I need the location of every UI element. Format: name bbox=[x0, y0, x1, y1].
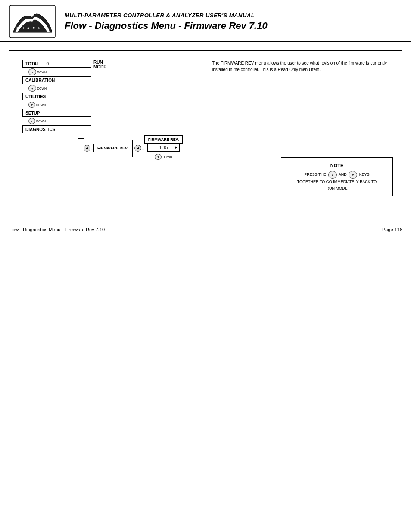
menu-item-diagnostics: DIAGNOSTICS bbox=[22, 125, 91, 133]
up-key-icon: ▲ bbox=[328, 171, 337, 179]
fw-down-arrow: ▼ DOWN bbox=[155, 152, 172, 161]
diagram-box: RUN MODE TOTAL 0 ▼ DOWN CALIBRATION ▼ DO… bbox=[9, 50, 402, 205]
menu-item-setup: SETUP bbox=[22, 109, 91, 117]
note-line3: RUN MODE bbox=[327, 186, 348, 190]
header-subtitle: MULTI-PARAMETER CONTROLLER & ANALYZER US… bbox=[65, 12, 268, 19]
vertical-line bbox=[132, 140, 133, 157]
menu-item-total: TOTAL 0 bbox=[22, 60, 91, 68]
down-button-fw[interactable]: ▼ bbox=[155, 154, 162, 160]
header-text-block: MULTI-PARAMETER CONTROLLER & ANALYZER US… bbox=[65, 12, 268, 31]
note-line2: TOGETHER TO GO IMMEDIATELY BACK TO bbox=[297, 180, 377, 184]
total-value: 0 bbox=[46, 62, 49, 66]
note-content: PRESS THE ▲ AND ▼ KEYS TOGETHER TO GO IM… bbox=[286, 171, 388, 191]
setup-label: SETUP bbox=[25, 111, 40, 115]
firmware-rev-label-2: FIRMWARE REV. bbox=[144, 135, 183, 144]
company-logo: S H A R K bbox=[9, 4, 56, 39]
svg-text:K: K bbox=[38, 27, 40, 30]
firmware-rev-box-1: FIRMWARE REV. bbox=[93, 144, 132, 152]
utilities-down-arrow: ▼ DOWN bbox=[22, 100, 91, 109]
down-button-2[interactable]: ▼ bbox=[28, 85, 36, 92]
down-button-4[interactable]: ▼ bbox=[28, 118, 35, 124]
down-key-icon: ▼ bbox=[349, 171, 357, 179]
firmware-rev-label-1: FIRMWARE REV. bbox=[97, 146, 128, 150]
setup-down-arrow: ▼ DOWN bbox=[22, 117, 91, 125]
page-footer: Flow - Diagnostics Menu - Firmware Rev 7… bbox=[0, 221, 411, 239]
note-press-text: PRESS THE bbox=[304, 173, 326, 177]
note-keys: KEYS bbox=[359, 173, 370, 177]
right-arrow-icon: ► bbox=[174, 146, 178, 149]
main-content: RUN MODE TOTAL 0 ▼ DOWN CALIBRATION ▼ DO… bbox=[0, 42, 411, 216]
diagnostics-label: DIAGNOSTICS bbox=[25, 127, 55, 132]
flow-diagram: ◄ ⎯ FIRMWARE REV. ◄ ⎯ FIRMWARE REV. 1.15… bbox=[83, 135, 183, 161]
svg-text:R: R bbox=[33, 27, 35, 30]
down-button-3[interactable]: ▼ bbox=[28, 102, 35, 108]
footer-right: Page 116 bbox=[382, 227, 402, 232]
left-arrow-2[interactable]: ◄ bbox=[134, 145, 141, 152]
footer-left: Flow - Diagnostics Menu - Firmware Rev 7… bbox=[9, 227, 105, 232]
run-mode-label: RUN MODE bbox=[93, 60, 106, 69]
calibration-down-arrow: ▼ DOWN bbox=[22, 84, 91, 93]
description-content: The FIRMWARE REV menu allows the user to… bbox=[212, 61, 387, 72]
down-button-1[interactable]: ▼ bbox=[28, 68, 36, 75]
total-down-arrow: ▼ DOWN bbox=[22, 68, 91, 76]
description-text: The FIRMWARE REV menu allows the user to… bbox=[212, 60, 393, 73]
firmware-value: 1.15 bbox=[159, 145, 168, 150]
firmware-value-box: 1.15 ► bbox=[147, 144, 180, 152]
note-and: AND bbox=[339, 173, 347, 177]
menu-item-utilities: UTILITIES bbox=[22, 93, 91, 100]
calibration-label: CALIBRATION bbox=[25, 78, 55, 83]
svg-text:H: H bbox=[22, 27, 24, 30]
header-title: Flow - Diagnostics Menu - Firmware Rev 7… bbox=[65, 20, 268, 31]
utilities-label: UTILITIES bbox=[25, 94, 46, 99]
total-label: TOTAL bbox=[25, 62, 39, 66]
note-box: NOTE PRESS THE ▲ AND ▼ KEYS TOGETHER TO … bbox=[281, 157, 393, 196]
svg-text:S: S bbox=[16, 27, 19, 30]
firmware-value-container: FIRMWARE REV. 1.15 ► ▼ DOWN bbox=[144, 135, 183, 161]
menu-item-calibration: CALIBRATION bbox=[22, 76, 91, 84]
menu-tree: RUN MODE TOTAL 0 ▼ DOWN CALIBRATION ▼ DO… bbox=[22, 60, 91, 133]
page-header: S H A R K MULTI-PARAMETER CONTROLLER & A… bbox=[0, 0, 411, 42]
note-title: NOTE bbox=[286, 162, 388, 170]
horiz-connector bbox=[78, 138, 84, 139]
svg-text:A: A bbox=[27, 27, 29, 30]
left-arrow-1[interactable]: ◄ bbox=[84, 145, 90, 152]
connector-vertical bbox=[132, 140, 133, 157]
